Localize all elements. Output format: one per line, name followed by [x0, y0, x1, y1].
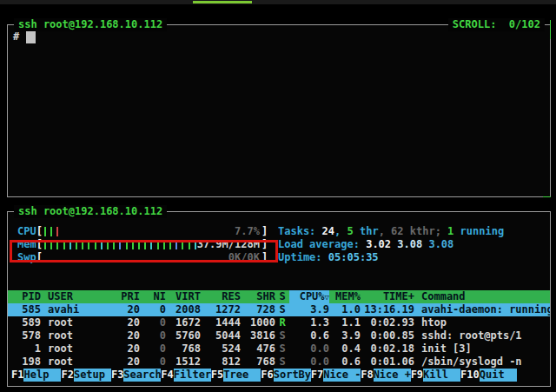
fkey-label-f3[interactable]: Search — [123, 369, 161, 382]
function-key-bar: F1HelpF2SetupF3SearchF4FilterF5TreeF6Sor… — [11, 369, 517, 382]
column-header-pri[interactable]: PRI — [109, 290, 140, 303]
cell-res: 524 — [201, 342, 241, 355]
pane-border-accent — [543, 196, 551, 197]
stat-segment: Uptime: — [278, 251, 328, 263]
column-header-pid[interactable]: PID — [8, 290, 41, 303]
cell-shr: 1000 — [241, 316, 275, 329]
cell-s: S — [275, 303, 289, 316]
terminal-cursor — [26, 31, 36, 43]
process-table-header[interactable]: PIDUSERPRINIVIRTRESSHRSCPU%▽MEM%TIME+Com… — [8, 290, 550, 303]
fkey-f8[interactable]: F8 — [361, 369, 373, 382]
cell-user: root — [41, 355, 109, 369]
ssh-pane-bottom[interactable]: ssh root@192.168.10.112 CPU[7.7%] Mem[37… — [7, 211, 551, 387]
meter-bars: 7.7% — [43, 225, 261, 238]
cell-pri: 20 — [109, 342, 140, 355]
cell-user: avahi — [41, 303, 109, 316]
cell-ni: 0 — [140, 342, 166, 355]
ssh-pane-top[interactable]: ssh root@192.168.10.112 SCROLL: 0/102 # — [7, 24, 551, 197]
fkey-label-f8[interactable]: Nice + — [374, 369, 411, 382]
cell-res: 1444 — [201, 316, 241, 329]
stat-segment: , — [334, 225, 347, 237]
fkey-label-f6[interactable]: SortBy — [274, 369, 311, 382]
shell-screen[interactable]: # — [8, 25, 550, 196]
cell-mem: 1.1 — [329, 316, 361, 329]
cell-pid: 578 — [8, 329, 41, 342]
process-row[interactable]: 1root200768524476S0.00.40:02.18init [3] — [8, 342, 550, 355]
column-header-virt[interactable]: VIRT — [166, 290, 201, 303]
fkey-label-f1[interactable]: Help — [23, 369, 61, 382]
cell-user: root — [41, 316, 109, 329]
cell-virt: 1672 — [166, 316, 201, 329]
column-header-command[interactable]: Command — [414, 290, 550, 303]
process-row[interactable]: 578root200576050443816S0.63.90:00.85sshd… — [8, 329, 550, 342]
column-header-ni[interactable]: NI — [140, 290, 166, 303]
column-header-s[interactable]: S — [275, 290, 289, 303]
cell-pid: 198 — [8, 355, 41, 369]
cell-command: init [3] — [414, 342, 550, 355]
fkey-f9[interactable]: F9 — [411, 369, 423, 382]
cell-ni: 0 — [140, 329, 166, 342]
stat-segment: running — [453, 225, 504, 237]
fkey-f5[interactable]: F5 — [211, 369, 223, 382]
column-header-cpu[interactable]: CPU%▽ — [289, 290, 329, 303]
fkey-f7[interactable]: F7 — [311, 369, 323, 382]
htop-screen: CPU[7.7%] Mem[37.9M/128M] Swp[0K/0K] Tas… — [8, 212, 550, 386]
shell-prompt: # — [13, 30, 19, 43]
cell-time: 13:16.19 — [361, 303, 414, 316]
process-row[interactable]: 589root200167214441000R1.31.10:02.93htop — [8, 316, 550, 329]
cell-virt: 2008 — [166, 303, 201, 316]
cell-mem: 0.4 — [329, 342, 361, 355]
cell-command: htop — [414, 316, 550, 329]
cell-mem: 1.0 — [329, 303, 361, 316]
meter-bar — [56, 227, 58, 236]
column-header-user[interactable]: USER — [41, 290, 109, 303]
fkey-label-f2[interactable]: Setup — [74, 369, 111, 382]
cell-time: 0:00.85 — [361, 329, 414, 342]
fkey-label-f10[interactable]: Quit — [480, 369, 517, 382]
top-progress-strip — [0, 0, 556, 4]
cell-pid: 585 — [8, 303, 41, 316]
fkey-f10[interactable]: F10 — [460, 369, 480, 382]
process-row[interactable]: 198root2001512812768S0.00.60:01.06/sbin/… — [8, 355, 550, 369]
cell-s: S — [275, 342, 289, 355]
process-row[interactable]: 585avahi20020081272728S3.91.013:16.19ava… — [8, 303, 550, 316]
cell-pid: 589 — [8, 316, 41, 329]
cell-shr: 476 — [241, 342, 275, 355]
cpu-meter: CPU[7.7%] — [17, 225, 268, 238]
column-header-mem[interactable]: MEM% — [329, 290, 361, 303]
cell-pri: 20 — [109, 316, 140, 329]
cell-mem: 3.9 — [329, 329, 361, 342]
column-header-shr[interactable]: SHR — [241, 290, 275, 303]
stat-segment: 3.02 — [366, 238, 397, 250]
stat-segment: Load average: — [278, 238, 366, 250]
cell-cpu: 0.6 — [289, 329, 329, 342]
fkey-label-f4[interactable]: Filter — [174, 369, 211, 382]
fkey-label-f7[interactable]: Nice - — [323, 369, 361, 382]
fkey-label-f9[interactable]: Kill — [423, 369, 460, 382]
cell-cpu: 0.0 — [289, 342, 329, 355]
cell-command: avahi-daemon: running — [414, 303, 550, 316]
column-header-time[interactable]: TIME+ — [361, 290, 414, 303]
fkey-f4[interactable]: F4 — [161, 369, 173, 382]
stat-segment: 5 — [347, 225, 353, 237]
cell-s: S — [275, 329, 289, 342]
load-average: Load average: 3.02 3.08 3.08 — [278, 238, 453, 251]
cell-res: 812 — [201, 355, 241, 369]
cell-virt: 1512 — [166, 355, 201, 369]
fkey-f6[interactable]: F6 — [261, 369, 273, 382]
cell-time: 0:01.06 — [361, 355, 414, 369]
cell-time: 0:02.18 — [361, 342, 414, 355]
cell-pid: 1 — [8, 342, 41, 355]
stat-segment: 62 kthr; — [391, 225, 447, 237]
stat-segment: , — [379, 225, 391, 237]
fkey-f3[interactable]: F3 — [111, 369, 123, 382]
fkey-f1[interactable]: F1 — [11, 369, 23, 382]
progress-segment — [193, 1, 252, 3]
cell-cpu: 3.9 — [289, 303, 329, 316]
fkey-label-f5[interactable]: Tree — [223, 369, 261, 382]
column-header-res[interactable]: RES — [201, 290, 241, 303]
meter-bracket: ] — [261, 225, 268, 237]
cell-res: 5044 — [201, 329, 241, 342]
fkey-f2[interactable]: F2 — [61, 369, 73, 382]
cell-res: 1272 — [201, 303, 241, 316]
